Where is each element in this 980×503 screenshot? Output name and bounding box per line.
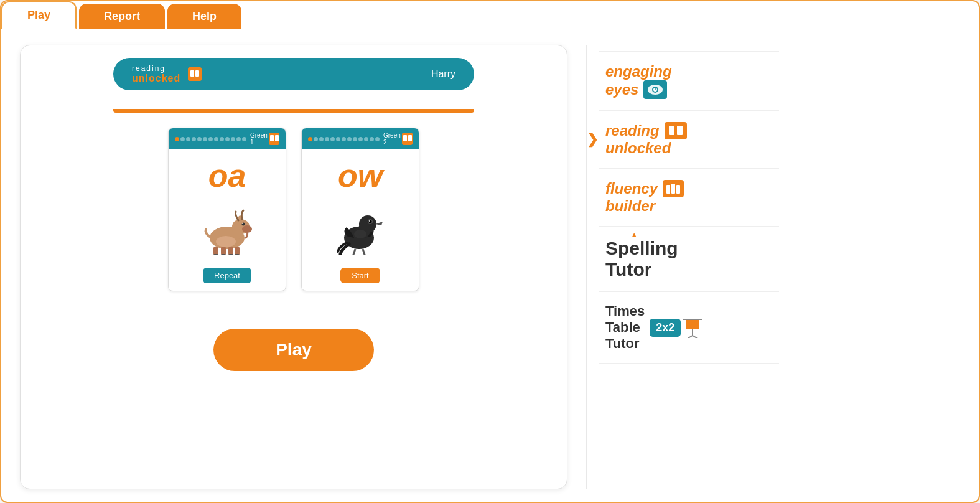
svg-point-37 (655, 88, 656, 90)
phonics-cards-area: Green 1 oa (168, 128, 419, 291)
dot-empty (186, 137, 190, 141)
dot-empty (375, 137, 380, 141)
fluency-books-icon (663, 180, 684, 197)
play-button[interactable]: Play (213, 329, 374, 371)
svg-rect-41 (666, 185, 670, 194)
svg-point-36 (653, 88, 657, 92)
svg-rect-17 (213, 254, 218, 255)
svg-rect-12 (232, 229, 241, 239)
svg-rect-15 (228, 247, 233, 255)
tab-report[interactable]: Report (79, 4, 165, 29)
svg-rect-5 (274, 135, 275, 141)
sidebar-item-spelling-tutor[interactable]: Sp ▲ e lling Tutor (599, 227, 779, 292)
svg-rect-16 (235, 247, 240, 255)
reading-unlocked-book-icon (665, 122, 687, 139)
svg-rect-40 (675, 125, 676, 136)
card-1-dots (175, 137, 246, 141)
dot-empty (336, 137, 340, 141)
dot-empty (358, 137, 363, 141)
dot-empty (192, 137, 196, 141)
goat-image (196, 199, 258, 255)
start-button[interactable]: Start (340, 268, 380, 283)
tab-help[interactable]: Help (167, 4, 241, 29)
ru-header-bar: reading unlocked Harry (113, 58, 474, 90)
dot-empty (347, 137, 352, 141)
dot-empty (319, 137, 324, 141)
svg-rect-22 (403, 135, 407, 141)
svg-line-47 (693, 336, 697, 338)
sidebar-item-engaging-eyes[interactable]: engaging eyes (599, 51, 779, 111)
times-line1: Times (605, 303, 645, 319)
dot-empty (325, 137, 329, 141)
svg-rect-4 (275, 135, 279, 141)
card-1-header: Green 1 (169, 128, 286, 149)
repeat-button[interactable]: Repeat (203, 268, 251, 283)
eye-icon (643, 80, 667, 99)
crow-image (329, 199, 391, 255)
svg-line-32 (363, 249, 365, 255)
svg-rect-38 (669, 126, 674, 135)
svg-rect-18 (221, 254, 226, 255)
times-line3: Tutor (605, 336, 645, 352)
dot-empty (203, 137, 207, 141)
phonics-card-2: Green 2 ow (301, 128, 419, 291)
spelling-e-with-icon: ▲ e (629, 238, 640, 259)
svg-rect-2 (194, 70, 195, 77)
active-arrow-icon: ❯ (587, 131, 598, 148)
dot-empty (364, 137, 368, 141)
fluency-line2: builder (605, 197, 684, 215)
dot-empty (208, 137, 213, 141)
svg-rect-3 (270, 135, 274, 141)
sidebar-item-fluency-builder[interactable]: fluency builder (599, 169, 779, 227)
dot-empty (330, 137, 335, 141)
dot-empty (242, 137, 246, 141)
dot-empty (370, 137, 374, 141)
dot-empty (180, 137, 185, 141)
content-area: reading unlocked Harry (1, 32, 979, 502)
times-line2: Table (605, 319, 645, 336)
engaging-eyes-line2: eyes (605, 81, 638, 98)
svg-rect-44 (686, 319, 699, 329)
dot-empty (236, 137, 241, 141)
svg-rect-13 (213, 247, 218, 255)
svg-point-21 (216, 236, 236, 247)
ru-header-book-icon (188, 67, 202, 81)
reading-unlocked-line2: unlocked (605, 139, 687, 157)
card-1-body: oa (169, 149, 286, 263)
dot-empty (353, 137, 357, 141)
reading-unlocked-line1: reading (605, 122, 660, 139)
card-2-header: Green 2 (302, 128, 419, 149)
svg-rect-0 (190, 70, 194, 77)
card-2-button-area: Start (302, 263, 419, 291)
dot-empty (220, 137, 224, 141)
dot-empty (342, 137, 346, 141)
card-2-dots (308, 137, 380, 141)
svg-rect-14 (221, 247, 226, 255)
tabs-bar: Play Report Help (1, 1, 241, 29)
svg-point-33 (354, 230, 366, 238)
card-1-button-area: Repeat (169, 263, 286, 291)
fluency-line1: fluency (605, 180, 658, 197)
dot-filled (175, 137, 179, 141)
sidebar-item-times-table[interactable]: Times Table Tutor 2x2 (599, 292, 779, 364)
easel-icon (683, 317, 702, 338)
svg-rect-39 (677, 126, 683, 135)
times-table-badge: 2x2 (650, 319, 681, 337)
svg-point-29 (369, 220, 372, 223)
dot-empty (197, 137, 202, 141)
orange-accent-bar (113, 109, 474, 113)
engaging-eyes-line1: engaging (605, 63, 672, 80)
right-sidebar: engaging eyes (586, 45, 779, 489)
card-1-book-icon (269, 133, 279, 145)
tab-play[interactable]: Play (1, 1, 77, 29)
spelling-lling: lling (640, 238, 678, 259)
svg-point-30 (369, 220, 370, 222)
svg-rect-24 (407, 135, 408, 141)
card-2-body: ow (302, 149, 419, 263)
card-2-book-icon (402, 133, 413, 145)
svg-rect-42 (671, 184, 675, 194)
dot-empty (314, 137, 318, 141)
sidebar-item-reading-unlocked[interactable]: ❯ reading unlocked (599, 111, 779, 169)
dot-filled (308, 137, 312, 141)
svg-line-46 (688, 336, 693, 338)
